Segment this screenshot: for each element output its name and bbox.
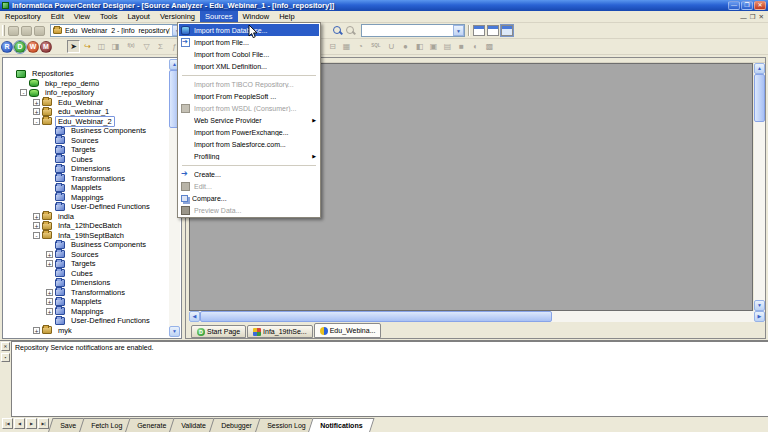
tree-item[interactable]: + myk (4, 326, 169, 336)
menu-item[interactable]: Import XML Definition... (179, 60, 319, 72)
tile-windows-icon[interactable] (487, 25, 499, 36)
workspace-tab[interactable]: Edu_Webina... (314, 323, 382, 338)
scroll-down-icon[interactable]: ▼ (754, 300, 765, 311)
toolbar-icon[interactable] (53, 40, 66, 53)
mdi-minimize-icon[interactable]: — (740, 14, 747, 21)
workspace-tab[interactable]: D Start Page (191, 325, 246, 338)
expand-toggle-icon[interactable]: + (33, 222, 40, 229)
union-icon[interactable]: U (385, 40, 398, 53)
disabled-toolbar-icon-3[interactable] (34, 26, 45, 36)
tool-icon-6[interactable]: ▦ (340, 40, 353, 53)
mdi-close-icon[interactable]: ✕ (759, 13, 764, 21)
horizontal-scrollbar-thumb[interactable] (200, 311, 552, 322)
menu-item[interactable]: Import from Salesforce.com... (179, 138, 319, 150)
last-tab-icon[interactable]: ▶| (38, 418, 49, 429)
workflow-manager-icon[interactable]: W (27, 41, 39, 53)
output-tab[interactable]: Notifications (308, 418, 376, 432)
tool-icon-11[interactable]: ▤ (441, 40, 454, 53)
tool-icon-1[interactable]: ◫ (95, 40, 108, 53)
expand-toggle-icon[interactable]: + (33, 327, 40, 334)
link-tool-icon[interactable]: ↪ (81, 40, 94, 53)
workflow-monitor-icon[interactable]: M (40, 41, 52, 53)
first-tab-icon[interactable]: |◀ (2, 418, 13, 429)
menubar-item[interactable]: View (69, 11, 95, 22)
tool-icon-7[interactable]: ◔ (354, 40, 367, 53)
menu-item[interactable] (182, 73, 316, 76)
designer-icon[interactable]: D (14, 41, 26, 53)
find-next-icon[interactable] (345, 25, 356, 36)
cascade-windows-icon[interactable] (473, 25, 485, 36)
scroll-up-icon[interactable]: ▲ (754, 63, 765, 74)
expand-toggle-icon[interactable]: - (20, 89, 27, 96)
repository-manager-icon[interactable]: R (1, 41, 13, 53)
filter-icon[interactable]: ▽ (140, 40, 153, 53)
mdi-restore-icon[interactable]: ❐ (750, 13, 756, 21)
tool-icon-9[interactable]: ◧ (413, 40, 426, 53)
expand-toggle-icon[interactable]: + (33, 99, 40, 106)
menu-item[interactable]: Import from Cobol File... (179, 48, 319, 60)
menubar-item[interactable]: Tools (95, 11, 123, 22)
chevron-down-icon[interactable]: ▼ (453, 25, 464, 36)
menu-item[interactable]: Compare... (179, 192, 319, 204)
menu-item[interactable]: Create... (179, 168, 319, 180)
expand-toggle-icon[interactable]: + (46, 251, 53, 258)
workspace-horizontal-scrollbar[interactable]: ◀ ▶ (189, 311, 765, 322)
expression-icon[interactable]: f(x) (123, 40, 139, 53)
menubar-item[interactable]: Edit (46, 11, 69, 22)
toolbar-grip[interactable] (2, 25, 5, 36)
prev-tab-icon[interactable]: ◀ (14, 418, 25, 429)
tool-icon-14[interactable]: ▩ (483, 40, 496, 53)
scroll-down-icon[interactable]: ▼ (169, 326, 180, 337)
scroll-right-icon[interactable]: ▶ (754, 311, 765, 322)
menu-item[interactable]: Preview Data... (179, 204, 319, 216)
expand-toggle-icon[interactable]: + (46, 308, 53, 315)
menu-item[interactable]: Import from TIBCO Repository... (179, 78, 319, 90)
menu-item[interactable]: Edit... (179, 180, 319, 192)
menubar-item[interactable]: Repository (0, 11, 46, 22)
expand-toggle-icon[interactable]: + (33, 108, 40, 115)
menu-item[interactable]: Import from WSDL (Consumer)... (179, 102, 319, 114)
expand-toggle-icon[interactable]: + (46, 298, 53, 305)
workspace-tab[interactable]: Infa_19thSe... (247, 325, 313, 338)
workspace-vertical-scrollbar[interactable]: ▲ ▼ (754, 63, 765, 311)
output-dock-icon[interactable]: ▪ (1, 353, 10, 362)
folder-selector[interactable]: Edu_Webinar_2 - [info_repository] ▼ (50, 24, 184, 37)
scroll-left-icon[interactable]: ◀ (189, 311, 200, 322)
tool-icon-10[interactable]: ▣ (427, 40, 440, 53)
output-close-icon[interactable]: ✕ (1, 342, 10, 351)
aggregator-icon[interactable]: Σ (154, 40, 167, 53)
menubar-item[interactable]: Help (274, 11, 299, 22)
search-combo[interactable]: ▼ (361, 24, 465, 37)
tool-icon-5[interactable]: ⊟ (326, 40, 339, 53)
find-icon[interactable] (332, 25, 343, 36)
disabled-toolbar-icon-1[interactable] (8, 26, 19, 36)
menubar-item[interactable]: Sources (200, 11, 238, 22)
tree-item-label[interactable]: User-Defined Functions (68, 315, 153, 326)
menu-item[interactable] (182, 163, 316, 166)
tree-item[interactable]: User-Defined Functions (4, 202, 169, 212)
expand-toggle-icon[interactable]: - (33, 232, 40, 239)
menu-item[interactable]: Import From PeopleSoft ... (179, 90, 319, 102)
sql-icon[interactable]: SQL (368, 40, 384, 53)
expand-toggle-icon[interactable]: - (33, 118, 40, 125)
expand-toggle-icon[interactable]: + (46, 260, 53, 267)
vertical-scrollbar-thumb[interactable] (754, 74, 765, 122)
next-tab-icon[interactable]: ▶ (26, 418, 37, 429)
select-tool-icon[interactable]: ➤ (67, 40, 80, 53)
close-button[interactable]: ✕ (754, 1, 766, 10)
menubar-item[interactable]: Window (238, 11, 275, 22)
tool-icon-2[interactable]: ◨ (109, 40, 122, 53)
tree-item-label[interactable]: myk (55, 325, 75, 336)
menu-item[interactable]: Web Service Provider ▶ (179, 114, 319, 126)
tree-item[interactable]: User-Defined Functions (4, 316, 169, 326)
minimize-button[interactable]: — (728, 1, 740, 10)
menu-item[interactable]: Profiling ▶ (179, 150, 319, 162)
expand-toggle-icon[interactable]: + (33, 213, 40, 220)
tree-item-label[interactable]: User-Defined Functions (68, 201, 153, 212)
menu-item[interactable]: Import from PowerExchange... (179, 126, 319, 138)
maximize-button[interactable]: ❐ (741, 1, 753, 10)
arrange-icons-icon[interactable] (501, 25, 513, 36)
menubar-item[interactable]: Layout (122, 11, 155, 22)
expand-toggle-icon[interactable]: + (46, 289, 53, 296)
tool-icon-12[interactable]: ■ (455, 40, 468, 53)
